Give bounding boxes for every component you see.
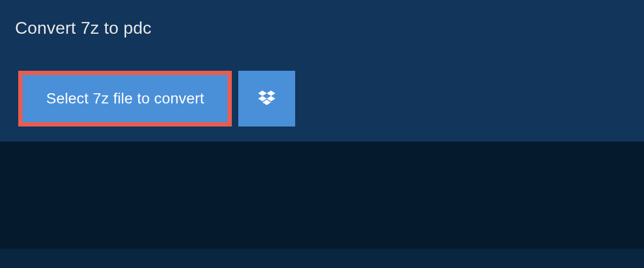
tab-bar: Convert 7z to pdc	[0, 0, 644, 56]
dropbox-button[interactable]	[238, 71, 295, 126]
select-file-button[interactable]: Select 7z file to convert	[18, 71, 232, 126]
button-row: Select 7z file to convert	[18, 71, 626, 126]
lower-region	[0, 142, 644, 249]
tab-convert[interactable]: Convert 7z to pdc	[0, 0, 166, 56]
svg-marker-0	[258, 91, 267, 96]
content-panel: Select 7z file to convert	[0, 56, 644, 142]
dropbox-icon	[256, 88, 277, 109]
select-file-label: Select 7z file to convert	[46, 90, 204, 107]
tab-label: Convert 7z to pdc	[15, 18, 151, 38]
svg-marker-1	[267, 91, 275, 96]
